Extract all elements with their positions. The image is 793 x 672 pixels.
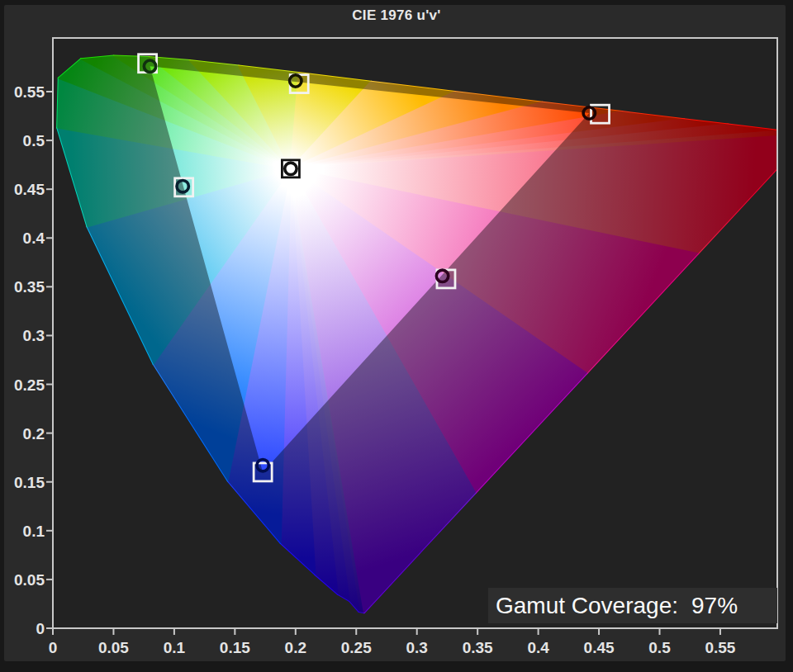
y-tick-label: 0.45 xyxy=(14,181,45,198)
x-tick-label: 0.05 xyxy=(98,639,129,656)
x-tick-label: 0.3 xyxy=(406,639,427,656)
y-tick-label: 0.4 xyxy=(23,230,45,247)
gamut-coverage-badge: Gamut Coverage: 97% xyxy=(488,588,777,623)
gamut-coverage-value: 97% xyxy=(691,593,738,619)
y-tick-label: 0.3 xyxy=(23,327,45,344)
x-tick-label: 0.15 xyxy=(220,639,250,656)
y-tick-label: 0.25 xyxy=(14,376,45,394)
x-tick-label: 0.2 xyxy=(285,639,306,656)
x-tick-label: 0 xyxy=(49,639,58,656)
y-tick-label: 0.5 xyxy=(23,132,45,149)
gamut-coverage-label: Gamut Coverage: xyxy=(496,593,678,619)
x-tick-label: 0.1 xyxy=(164,639,186,656)
y-tick-label: 0.35 xyxy=(14,278,45,296)
x-tick-label: 0.4 xyxy=(527,639,549,656)
x-tick-label: 0.25 xyxy=(341,639,372,656)
x-tick-label: 0.55 xyxy=(705,639,735,656)
y-tick-label: 0.15 xyxy=(14,474,45,491)
x-tick-label: 0.45 xyxy=(584,639,615,656)
y-tick-label: 0 xyxy=(36,620,45,637)
x-tick-label: 0.5 xyxy=(648,639,671,656)
y-tick-label: 0.05 xyxy=(14,571,45,589)
y-tick-label: 0.55 xyxy=(14,83,45,101)
app-window: 00.050.10.150.20.250.30.350.40.450.50.55… xyxy=(0,0,793,672)
y-tick-label: 0.2 xyxy=(23,425,45,442)
chromaticity-chart: 00.050.10.150.20.250.30.350.40.450.50.55… xyxy=(0,0,793,672)
chart-title: CIE 1976 u'v' xyxy=(0,7,793,24)
x-tick-label: 0.35 xyxy=(463,639,493,656)
y-tick-label: 0.1 xyxy=(23,523,45,540)
